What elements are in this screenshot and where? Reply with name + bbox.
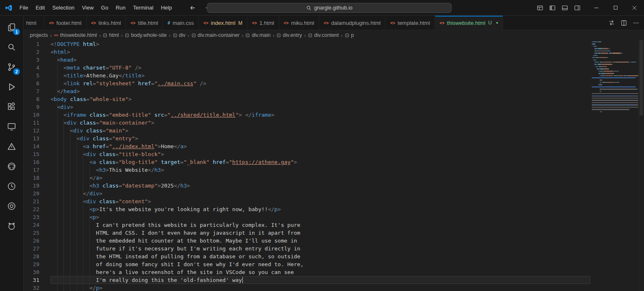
breadcrumb-item-div.content[interactable]: div.content xyxy=(307,32,339,38)
activity-item-clock-extension[interactable] xyxy=(2,176,22,196)
vertical-scrollbar[interactable] xyxy=(638,40,644,291)
code-line-1[interactable]: <!DOCTYPE html> xyxy=(51,40,592,48)
code-area[interactable]: <!DOCTYPE html><html> <head> <meta chars… xyxy=(51,40,592,291)
activity-item-source-control[interactable]: 2 xyxy=(2,57,22,77)
code-line-7[interactable]: </head> xyxy=(51,87,592,95)
line-number[interactable]: 31 xyxy=(24,276,39,284)
activity-item-pets-extension[interactable] xyxy=(2,216,22,236)
code-line-8[interactable]: <body class="whole-site"> xyxy=(51,95,592,103)
line-number[interactable]: 30 xyxy=(24,268,39,276)
open-changes-icon[interactable] xyxy=(608,19,615,26)
tab-footer.html[interactable]: <>footer.html xyxy=(44,16,87,30)
line-number[interactable]: 20 xyxy=(24,190,39,197)
code-line-3[interactable]: <head> xyxy=(51,56,592,64)
tab-main.css[interactable]: #main.css xyxy=(163,16,199,30)
menu-run[interactable]: Run xyxy=(112,3,129,13)
toggle-panel-icon[interactable] xyxy=(559,2,571,13)
tab-index.html[interactable]: <>index.htmlM xyxy=(199,16,247,30)
line-number[interactable]: 12 xyxy=(24,127,39,135)
code-line-9[interactable]: <div> xyxy=(51,103,592,111)
split-editor-icon[interactable] xyxy=(621,20,627,26)
line-number[interactable]: 1 xyxy=(24,40,39,48)
line-number[interactable]: 23 xyxy=(24,213,39,221)
code-line-26[interactable]: the embedded hit counter at the bottom. … xyxy=(51,237,592,245)
code-line-22[interactable]: <p>It's the website you're looking at ri… xyxy=(51,205,592,213)
line-number[interactable]: 22 xyxy=(24,205,39,213)
code-line-27[interactable]: future if it's necessary but I'm writing… xyxy=(51,245,592,253)
menu-go[interactable]: Go xyxy=(97,3,112,13)
code-line-17[interactable]: <h3>This Website</h3> xyxy=(51,166,592,174)
line-number[interactable]: 25 xyxy=(24,229,39,237)
toggle-secondary-sidebar-icon[interactable] xyxy=(571,2,583,13)
code-line-11[interactable]: <div class="main-container"> xyxy=(51,119,592,127)
breadcrumb-item-projects[interactable]: projects xyxy=(29,32,48,38)
menu-file[interactable]: File xyxy=(16,3,32,13)
tab-template.html[interactable]: <>template.html xyxy=(385,16,435,30)
code-line-16[interactable]: <a class="blog-title" target="_blank" hr… xyxy=(51,158,592,166)
breadcrumb-item-div.entry[interactable]: div.entry xyxy=(276,32,302,38)
line-number[interactable]: 3 xyxy=(24,56,39,64)
code-line-15[interactable]: <div class="title-block"> xyxy=(51,150,592,158)
line-number[interactable]: 21 xyxy=(24,197,39,205)
activity-item-triangle-extension[interactable] xyxy=(2,137,22,156)
line-number[interactable]: 4 xyxy=(24,64,39,72)
menu-selection[interactable]: Selection xyxy=(48,3,78,13)
tab-html[interactable]: html xyxy=(24,16,44,30)
tab-links.html[interactable]: <>links.html xyxy=(87,16,126,30)
tab-thiswebsite.html[interactable]: <>thiswebsite.htmlU● xyxy=(435,16,504,30)
code-line-13[interactable]: <div class="entry"> xyxy=(51,135,592,142)
code-line-18[interactable]: </a> xyxy=(51,174,592,182)
line-number[interactable]: 16 xyxy=(24,158,39,166)
line-number[interactable]: 18 xyxy=(24,174,39,182)
code-line-24[interactable]: I can't pretend this website is particul… xyxy=(51,221,592,229)
line-number[interactable]: 17 xyxy=(24,166,39,174)
breadcrumb-item-p[interactable]: p xyxy=(344,32,354,38)
scrollbar-thumb[interactable] xyxy=(639,40,643,115)
line-number[interactable]: 27 xyxy=(24,245,39,253)
breadcrumb-item-html[interactable]: html xyxy=(102,32,119,38)
breadcrumb-item-div.main-container[interactable]: div.main-container xyxy=(191,32,240,38)
code-line-23[interactable]: <p> xyxy=(51,213,592,221)
line-number[interactable]: 6 xyxy=(24,79,39,87)
code-line-29[interactable]: of doing some fancy shit I don't see why… xyxy=(51,260,592,268)
tab-miku.html[interactable]: <>miku.html xyxy=(279,16,320,30)
tab-dalamudplugins.html[interactable]: <>dalamudplugins.html xyxy=(319,16,385,30)
activity-item-remote-explorer[interactable] xyxy=(2,117,22,137)
code-line-31[interactable]: I'm really doing this the 'old-fashioned… xyxy=(51,276,592,284)
line-number[interactable]: 28 xyxy=(24,253,39,260)
code-line-20[interactable]: </div> xyxy=(51,190,592,197)
code-line-12[interactable]: <div class="main"> xyxy=(51,127,592,135)
line-number[interactable]: 26 xyxy=(24,237,39,245)
customize-layout-icon[interactable] xyxy=(534,2,546,13)
line-number[interactable]: 19 xyxy=(24,182,39,190)
menu-view[interactable]: View xyxy=(78,3,97,13)
breadcrumb-item-div.main[interactable]: div.main xyxy=(245,32,271,38)
back-arrow-icon[interactable] xyxy=(188,3,197,12)
line-number[interactable]: 13 xyxy=(24,135,39,142)
line-number[interactable]: 14 xyxy=(24,142,39,150)
line-number[interactable]: 8 xyxy=(24,95,39,103)
line-number[interactable]: 10 xyxy=(24,111,39,119)
code-line-6[interactable]: <link rel="stylesheet" href="../main.css… xyxy=(51,79,592,87)
line-number[interactable]: 7 xyxy=(24,87,39,95)
minimap[interactable] xyxy=(592,40,638,291)
more-actions-icon[interactable] xyxy=(633,20,639,26)
code-line-4[interactable]: <meta charset="UTF-8" /> xyxy=(51,64,592,72)
line-number[interactable]: 9 xyxy=(24,103,39,111)
maximize-button[interactable] xyxy=(606,0,625,16)
code-line-2[interactable]: <html> xyxy=(51,48,592,56)
line-number[interactable]: 24 xyxy=(24,221,39,229)
line-number[interactable]: 29 xyxy=(24,260,39,268)
code-line-14[interactable]: <a href="../index.html">Home</a> xyxy=(51,142,592,150)
line-number[interactable]: 5 xyxy=(24,72,39,79)
menu-help[interactable]: Help xyxy=(157,3,176,13)
line-number[interactable]: 32 xyxy=(24,284,39,291)
dirty-indicator[interactable]: ● xyxy=(496,21,498,25)
code-line-21[interactable]: <div class="content"> xyxy=(51,197,592,205)
activity-item-extensions[interactable] xyxy=(2,97,22,117)
activity-item-run-debug[interactable] xyxy=(2,77,22,97)
line-number[interactable]: 2 xyxy=(24,48,39,56)
code-line-25[interactable]: HTML and CSS. I don't even have any java… xyxy=(51,229,592,237)
code-line-10[interactable]: <iframe class="embed-title" src="../shar… xyxy=(51,111,592,119)
code-line-28[interactable]: the HTML instead of pulling from a datab… xyxy=(51,253,592,260)
